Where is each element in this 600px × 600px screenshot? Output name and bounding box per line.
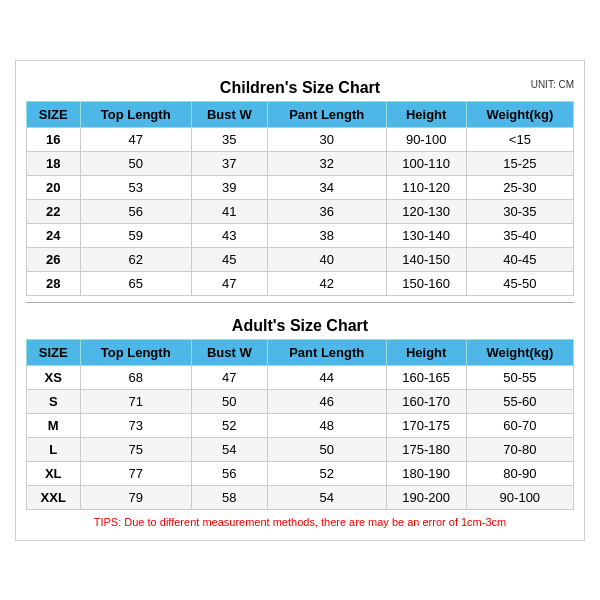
adult-col-top-length: Top Length (80, 339, 191, 365)
table-cell: 170-175 (386, 413, 466, 437)
table-cell: 30-35 (466, 199, 573, 223)
children-table: SIZE Top Length Bust W Pant Length Heigh… (26, 101, 574, 296)
table-cell: 175-180 (386, 437, 466, 461)
table-row: 24594338130-14035-40 (27, 223, 574, 247)
table-cell: 47 (191, 365, 267, 389)
table-cell: 75 (80, 437, 191, 461)
table-row: 1647353090-100<15 (27, 127, 574, 151)
adult-col-height: Height (386, 339, 466, 365)
table-cell: 190-200 (386, 485, 466, 509)
children-col-weight: Weight(kg) (466, 101, 573, 127)
table-cell: 20 (27, 175, 81, 199)
table-cell: 90-100 (466, 485, 573, 509)
table-cell: 77 (80, 461, 191, 485)
children-title: Children's Size Chart UNIT: CM (26, 71, 574, 101)
children-col-size: SIZE (27, 101, 81, 127)
unit-label: UNIT: CM (531, 79, 574, 90)
table-cell: 50 (191, 389, 267, 413)
table-row: 26624540140-15040-45 (27, 247, 574, 271)
table-cell: 52 (191, 413, 267, 437)
table-cell: XXL (27, 485, 81, 509)
table-cell: 90-100 (386, 127, 466, 151)
table-cell: 71 (80, 389, 191, 413)
table-cell: 38 (267, 223, 386, 247)
table-cell: M (27, 413, 81, 437)
children-col-top-length: Top Length (80, 101, 191, 127)
table-cell: 79 (80, 485, 191, 509)
table-cell: 26 (27, 247, 81, 271)
table-cell: 54 (267, 485, 386, 509)
table-cell: 47 (191, 271, 267, 295)
table-row: 18503732100-11015-25 (27, 151, 574, 175)
children-title-text: Children's Size Chart (220, 79, 380, 96)
children-header-row: SIZE Top Length Bust W Pant Length Heigh… (27, 101, 574, 127)
table-cell: 36 (267, 199, 386, 223)
table-row: M735248170-17560-70 (27, 413, 574, 437)
adult-header-row: SIZE Top Length Bust W Pant Length Heigh… (27, 339, 574, 365)
adult-title-text: Adult's Size Chart (232, 317, 368, 334)
table-cell: 24 (27, 223, 81, 247)
table-cell: 25-30 (466, 175, 573, 199)
table-cell: 150-160 (386, 271, 466, 295)
table-row: 22564136120-13030-35 (27, 199, 574, 223)
table-cell: 18 (27, 151, 81, 175)
table-cell: 22 (27, 199, 81, 223)
table-cell: 130-140 (386, 223, 466, 247)
table-cell: 40-45 (466, 247, 573, 271)
section-divider (26, 302, 574, 303)
table-cell: S (27, 389, 81, 413)
table-cell: 65 (80, 271, 191, 295)
table-cell: 43 (191, 223, 267, 247)
children-col-height: Height (386, 101, 466, 127)
table-cell: 46 (267, 389, 386, 413)
table-row: 20533934110-12025-30 (27, 175, 574, 199)
table-cell: 35-40 (466, 223, 573, 247)
table-cell: 52 (267, 461, 386, 485)
table-cell: 44 (267, 365, 386, 389)
table-cell: 73 (80, 413, 191, 437)
table-cell: 62 (80, 247, 191, 271)
table-cell: 140-150 (386, 247, 466, 271)
children-col-pant-length: Pant Length (267, 101, 386, 127)
table-row: L755450175-18070-80 (27, 437, 574, 461)
table-cell: 45-50 (466, 271, 573, 295)
table-cell: 15-25 (466, 151, 573, 175)
table-cell: 120-130 (386, 199, 466, 223)
table-cell: 39 (191, 175, 267, 199)
tips-text: TIPS: Due to different measurement metho… (26, 510, 574, 530)
table-cell: 160-165 (386, 365, 466, 389)
table-cell: 160-170 (386, 389, 466, 413)
adult-col-pant-length: Pant Length (267, 339, 386, 365)
table-cell: 68 (80, 365, 191, 389)
table-row: S715046160-17055-60 (27, 389, 574, 413)
children-section: Children's Size Chart UNIT: CM SIZE Top … (26, 71, 574, 296)
table-cell: 50 (80, 151, 191, 175)
table-row: XL775652180-19080-90 (27, 461, 574, 485)
table-cell: 53 (80, 175, 191, 199)
table-cell: 80-90 (466, 461, 573, 485)
table-cell: 16 (27, 127, 81, 151)
table-cell: 45 (191, 247, 267, 271)
table-cell: 50 (267, 437, 386, 461)
table-cell: 32 (267, 151, 386, 175)
adult-title: Adult's Size Chart (26, 309, 574, 339)
adult-section: Adult's Size Chart SIZE Top Length Bust … (26, 309, 574, 510)
adult-table: SIZE Top Length Bust W Pant Length Heigh… (26, 339, 574, 510)
table-cell: 55-60 (466, 389, 573, 413)
table-cell: 58 (191, 485, 267, 509)
table-cell: XL (27, 461, 81, 485)
table-cell: 56 (80, 199, 191, 223)
table-cell: 37 (191, 151, 267, 175)
children-col-bust-w: Bust W (191, 101, 267, 127)
table-cell: L (27, 437, 81, 461)
adult-col-weight: Weight(kg) (466, 339, 573, 365)
table-cell: 180-190 (386, 461, 466, 485)
table-cell: 41 (191, 199, 267, 223)
table-cell: 110-120 (386, 175, 466, 199)
table-cell: 28 (27, 271, 81, 295)
table-row: 28654742150-16045-50 (27, 271, 574, 295)
table-row: XS684744160-16550-55 (27, 365, 574, 389)
table-cell: 50-55 (466, 365, 573, 389)
table-cell: 56 (191, 461, 267, 485)
table-row: XXL795854190-20090-100 (27, 485, 574, 509)
